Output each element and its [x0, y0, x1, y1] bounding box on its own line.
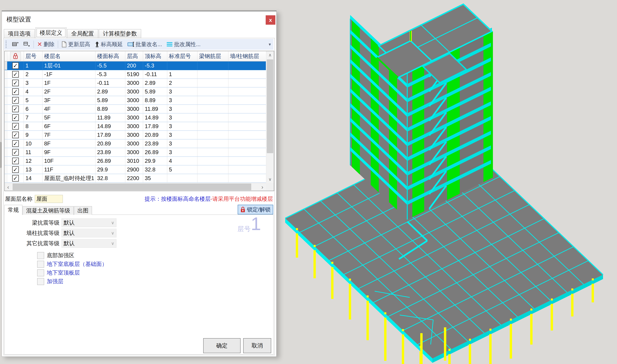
vertical-scrollbar[interactable]: ∧ ∨ — [266, 51, 274, 183]
row-header-strip[interactable] — [5, 88, 7, 96]
cell-height[interactable]: 3000 — [125, 139, 143, 148]
table-row[interactable]: ✓86F14.89300017.893 — [5, 122, 266, 131]
row-header-strip[interactable] — [5, 122, 7, 130]
roof-name-input[interactable] — [35, 195, 63, 203]
cell-num[interactable]: 3 — [24, 79, 42, 87]
cell-name[interactable]: 5F — [42, 114, 95, 122]
cell-name[interactable]: 2F — [42, 88, 95, 96]
cell-beam[interactable] — [197, 174, 228, 182]
cell-wall[interactable] — [228, 79, 266, 87]
cell-top[interactable]: 14.89 — [143, 114, 167, 122]
cell-num[interactable]: 14 — [24, 174, 42, 182]
row-checkbox[interactable]: ✓ — [12, 149, 19, 156]
scroll-right-icon[interactable]: › — [259, 183, 266, 191]
field-combobox[interactable]: 默认∨ — [62, 218, 116, 227]
cell-beam[interactable] — [197, 105, 228, 113]
cell-wall[interactable] — [228, 114, 266, 122]
vertical-scrollbar-thumb[interactable] — [267, 59, 273, 153]
column-header-3[interactable]: 层高 — [125, 51, 143, 61]
row-header-strip[interactable] — [5, 105, 7, 113]
cell-std[interactable]: 5 — [167, 165, 197, 174]
table-row[interactable]: ✓119F23.89300026.893 — [5, 148, 266, 157]
row-checkbox[interactable]: ✓ — [12, 62, 19, 69]
row-checkbox[interactable]: ✓ — [12, 71, 19, 78]
row-checkbox[interactable]: ✓ — [12, 106, 19, 112]
row-header-strip[interactable] — [5, 96, 7, 104]
scroll-up-icon[interactable]: ∧ — [266, 51, 274, 59]
cell-beam[interactable] — [197, 165, 228, 174]
cell-elev[interactable]: 29.9 — [95, 165, 125, 174]
cell-height[interactable]: 3010 — [125, 157, 143, 165]
sub-tab-1[interactable]: 混凝土及钢筋等级 — [23, 206, 74, 215]
cell-wall[interactable] — [228, 174, 266, 182]
cell-height[interactable]: 200 — [125, 62, 143, 70]
cell-beam[interactable] — [197, 62, 228, 70]
row-checkbox[interactable]: ✓ — [12, 166, 19, 173]
table-row[interactable]: ✓14屋面层_临时待处理132.8220035 — [5, 174, 266, 183]
cell-std[interactable]: 3 — [167, 96, 197, 104]
cell-beam[interactable] — [197, 88, 228, 96]
sub-tab-0[interactable]: 常规 — [4, 205, 22, 215]
cell-wall[interactable] — [228, 96, 266, 104]
lock-column-header[interactable] — [7, 51, 24, 61]
column-header-2[interactable]: 楼面标高 — [95, 51, 125, 61]
row-checkbox-cell[interactable]: ✓ — [7, 148, 24, 156]
cell-beam[interactable] — [197, 148, 228, 156]
cell-name[interactable]: 4F — [42, 105, 95, 113]
row-header-strip[interactable] — [5, 131, 7, 139]
cell-top[interactable]: 29.9 — [143, 157, 167, 165]
column-header-4[interactable]: 顶标高 — [143, 51, 167, 61]
cell-wall[interactable] — [228, 88, 266, 96]
tab-1[interactable]: 楼层定义 — [36, 27, 66, 38]
option-checkbox[interactable] — [37, 261, 44, 268]
cell-name[interactable]: 9F — [42, 148, 95, 156]
row-checkbox[interactable]: ✓ — [12, 97, 19, 104]
cell-num[interactable]: 10 — [24, 139, 42, 148]
row-header-strip[interactable] — [5, 148, 7, 156]
cell-num[interactable]: 8 — [24, 122, 42, 130]
cell-height[interactable]: 3000 — [125, 122, 143, 130]
field-combobox[interactable]: 默认∨ — [62, 229, 116, 237]
toolbar-button-更新层高[interactable]: 更新层高 — [59, 41, 92, 48]
cell-beam[interactable] — [197, 114, 228, 122]
cell-top[interactable]: -5.3 — [143, 62, 167, 70]
cell-std[interactable]: 3 — [167, 122, 197, 130]
lock-unlock-button[interactable]: 锁定/解锁 — [238, 205, 273, 214]
cell-top[interactable]: 23.89 — [143, 139, 167, 148]
scroll-down-icon[interactable]: ∨ — [266, 175, 274, 183]
cell-name[interactable]: 1F — [42, 79, 95, 87]
table-row[interactable]: ✓53F5.8930008.893 — [5, 96, 266, 105]
cell-num[interactable]: 6 — [24, 105, 42, 113]
cell-name[interactable]: 11F — [42, 165, 95, 174]
cell-beam[interactable] — [197, 131, 228, 139]
cell-num[interactable]: 9 — [24, 131, 42, 139]
cell-name[interactable]: 8F — [42, 139, 95, 148]
cell-top[interactable]: -0.11 — [143, 70, 167, 78]
row-checkbox-cell[interactable]: ✓ — [7, 139, 24, 148]
cell-name[interactable]: 6F — [42, 122, 95, 130]
cell-num[interactable]: 11 — [24, 148, 42, 156]
cell-height[interactable]: 3000 — [125, 131, 143, 139]
row-checkbox-cell[interactable]: ✓ — [7, 96, 24, 104]
close-icon[interactable]: x — [266, 15, 275, 25]
cell-height[interactable]: 5190 — [125, 70, 143, 78]
toolbar-button-批量改名...[interactable]: 批量改名... — [125, 41, 164, 48]
cell-elev[interactable]: -5.3 — [95, 70, 125, 78]
cell-elev[interactable]: 20.89 — [95, 139, 125, 148]
row-checkbox-cell[interactable]: ✓ — [7, 62, 24, 70]
table-row[interactable]: ✓1311F29.9290032.85 — [5, 165, 266, 174]
cell-elev[interactable]: 11.89 — [95, 114, 125, 122]
row-header-strip[interactable] — [5, 62, 7, 70]
cell-name[interactable]: -1F — [42, 70, 95, 78]
cell-elev[interactable]: 32.8 — [95, 174, 125, 182]
cell-name[interactable]: 屋面层_临时待处理1 — [42, 174, 95, 182]
row-checkbox-cell[interactable]: ✓ — [7, 122, 24, 130]
cell-wall[interactable] — [228, 122, 266, 130]
row-header-strip[interactable] — [5, 157, 7, 165]
cell-elev[interactable]: 14.89 — [95, 122, 125, 130]
cell-name[interactable]: 1层-01 — [42, 62, 95, 70]
table-row[interactable]: ✓11层-01-5.5200-5.3 — [5, 62, 266, 70]
cell-name[interactable]: 10F — [42, 157, 95, 165]
cell-elev[interactable]: -0.11 — [95, 79, 125, 87]
table-row[interactable]: ✓75F11.89300014.893 — [5, 114, 266, 122]
